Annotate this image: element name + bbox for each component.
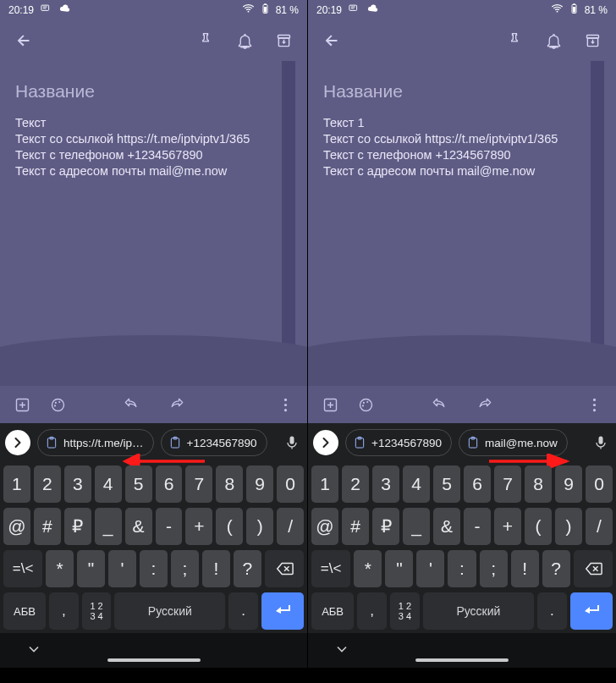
key-8[interactable]: 8 (525, 465, 552, 503)
key-punct[interactable]: " (385, 550, 413, 587)
key-dot[interactable]: . (537, 592, 567, 630)
key-3[interactable]: 3 (64, 465, 91, 503)
undo-button[interactable] (422, 388, 456, 421)
voice-input-button[interactable] (282, 434, 302, 451)
clipboard-chip-1[interactable]: mail@me.now (459, 429, 568, 456)
key-9[interactable]: 9 (246, 465, 273, 503)
key-2[interactable]: 2 (34, 465, 61, 503)
key-punct[interactable]: ' (108, 550, 136, 587)
key-9[interactable]: 9 (555, 465, 582, 503)
key-2[interactable]: 2 (342, 465, 369, 503)
key-enter[interactable] (570, 592, 613, 630)
key-6[interactable]: 6 (156, 465, 183, 503)
note-title-field[interactable]: Название (15, 81, 292, 102)
more-button[interactable] (577, 388, 611, 421)
key-punct[interactable]: ! (511, 550, 539, 587)
key-punct[interactable]: " (77, 550, 105, 587)
key-sym[interactable]: / (277, 508, 304, 545)
note-body-field[interactable]: Текст 1Текст со ссылкой https://t.me/ipt… (323, 115, 601, 179)
key-1[interactable]: 1 (311, 465, 338, 503)
key-sym[interactable]: ₽ (372, 508, 399, 545)
add-button[interactable] (5, 388, 39, 421)
redo-button[interactable] (468, 388, 502, 421)
key-5[interactable]: 5 (433, 465, 460, 503)
add-button[interactable] (313, 388, 347, 421)
clipboard-chip-0[interactable]: +1234567890 (345, 429, 452, 456)
clipboard-chip-0[interactable]: https://t.me/ip… (37, 429, 154, 456)
key-sym[interactable]: ₽ (64, 508, 91, 545)
key-sym[interactable]: ( (216, 508, 243, 545)
pin-button[interactable] (189, 24, 223, 58)
key-backspace[interactable] (574, 550, 613, 587)
key-sym[interactable]: # (342, 508, 369, 545)
key-punct[interactable]: ? (234, 550, 261, 587)
undo-button[interactable] (114, 388, 148, 421)
note-title-field[interactable]: Название (323, 81, 601, 102)
reminder-button[interactable] (536, 24, 570, 58)
nav-hide-keyboard[interactable] (333, 641, 350, 661)
key-symbols-toggle[interactable]: =\< (3, 550, 42, 587)
key-punct[interactable]: : (140, 550, 168, 587)
palette-button[interactable] (41, 388, 74, 421)
key-numpad[interactable]: 1 23 4 (390, 592, 420, 630)
key-symbols-toggle[interactable]: =\< (311, 550, 350, 587)
key-sym[interactable]: & (433, 508, 460, 545)
key-sym[interactable]: - (464, 508, 491, 545)
redo-button[interactable] (160, 388, 194, 421)
note-body-field[interactable]: ТекстТекст со ссылкой https://t.me/iptvi… (15, 115, 292, 179)
key-comma[interactable]: , (49, 592, 79, 630)
key-4[interactable]: 4 (403, 465, 430, 503)
clipboard-chip-1[interactable]: +1234567890 (161, 429, 267, 456)
key-sym[interactable]: + (185, 508, 212, 545)
back-button[interactable] (315, 24, 349, 58)
key-3[interactable]: 3 (372, 465, 399, 503)
key-sym[interactable]: ) (246, 508, 273, 545)
key-8[interactable]: 8 (216, 465, 243, 503)
nav-gesture-pill[interactable] (415, 658, 509, 662)
archive-button[interactable] (267, 24, 300, 58)
key-7[interactable]: 7 (494, 465, 521, 503)
key-4[interactable]: 4 (95, 465, 122, 503)
key-sym[interactable]: _ (403, 508, 430, 545)
nav-hide-keyboard[interactable] (25, 641, 42, 661)
archive-button[interactable] (575, 24, 609, 58)
key-sym[interactable]: - (156, 508, 183, 545)
key-punct[interactable]: ; (171, 550, 199, 587)
key-sym[interactable]: @ (311, 508, 338, 545)
key-sym[interactable]: ( (525, 508, 552, 545)
key-sym[interactable]: @ (3, 508, 30, 545)
key-space[interactable]: Русский (423, 592, 534, 630)
key-7[interactable]: 7 (185, 465, 212, 503)
back-button[interactable] (7, 24, 41, 58)
key-backspace[interactable] (265, 550, 304, 587)
key-enter[interactable] (261, 592, 304, 630)
key-punct[interactable]: ? (542, 550, 570, 587)
key-0[interactable]: 0 (586, 465, 613, 503)
key-comma[interactable]: , (357, 592, 387, 630)
key-language-toggle[interactable]: АБВ (3, 592, 46, 630)
reminder-button[interactable] (228, 24, 261, 58)
voice-input-button[interactable] (591, 434, 611, 451)
key-punct[interactable]: * (354, 550, 382, 587)
key-punct[interactable]: ; (480, 550, 508, 587)
key-punct[interactable]: ' (416, 550, 444, 587)
key-0[interactable]: 0 (277, 465, 304, 503)
key-6[interactable]: 6 (464, 465, 491, 503)
key-5[interactable]: 5 (125, 465, 152, 503)
pin-button[interactable] (498, 24, 531, 58)
key-punct[interactable]: : (448, 550, 476, 587)
more-button[interactable] (268, 388, 302, 421)
key-punct[interactable]: ! (202, 550, 230, 587)
key-space[interactable]: Русский (114, 592, 225, 630)
key-sym[interactable]: / (586, 508, 613, 545)
key-language-toggle[interactable]: АБВ (311, 592, 354, 630)
note-editor[interactable]: Название ТекстТекст со ссылкой https://t… (0, 61, 307, 386)
note-editor[interactable]: Название Текст 1Текст со ссылкой https:/… (308, 61, 616, 386)
palette-button[interactable] (349, 388, 382, 421)
key-sym[interactable]: _ (95, 508, 122, 545)
key-punct[interactable]: * (46, 550, 74, 587)
nav-gesture-pill[interactable] (107, 658, 201, 662)
key-numpad[interactable]: 1 23 4 (82, 592, 112, 630)
key-sym[interactable]: ) (555, 508, 582, 545)
expand-toolbar-button[interactable] (5, 430, 30, 455)
